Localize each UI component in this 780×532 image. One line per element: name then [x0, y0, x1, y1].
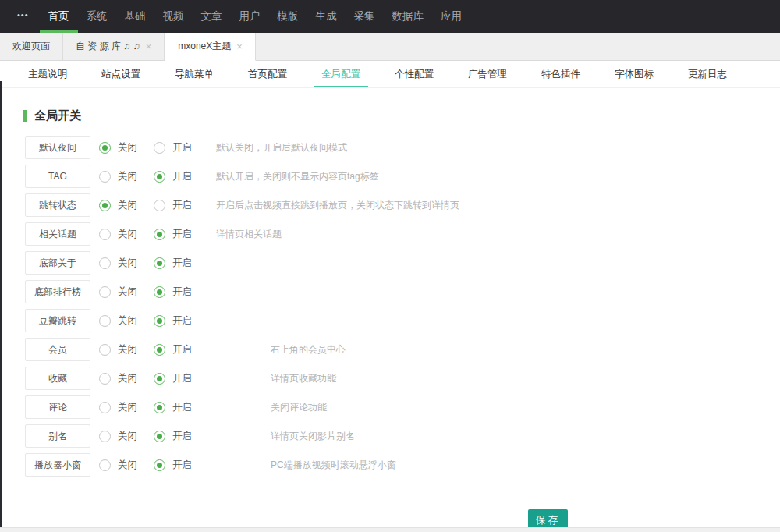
- nav-item[interactable]: 生成: [307, 0, 346, 33]
- radio-option-off[interactable]: 关闭: [99, 343, 154, 356]
- workspace-tab[interactable]: 欢迎页面: [0, 33, 63, 60]
- nav-item-label: 应用: [441, 9, 462, 23]
- nav-item[interactable]: 数据库: [384, 0, 433, 33]
- radio-option-on[interactable]: 开启: [154, 141, 208, 154]
- section-title: 全局开关: [23, 108, 780, 123]
- radio-option-on[interactable]: 开启: [154, 170, 208, 183]
- radio-on-icon[interactable]: [154, 459, 165, 471]
- radio-on-label: 开启: [172, 228, 192, 241]
- subnav-item[interactable]: 主题说明: [20, 61, 75, 87]
- radio-off-icon[interactable]: [99, 171, 111, 183]
- subnav-item[interactable]: 个性配置: [387, 61, 441, 87]
- radio-on-label: 开启: [172, 430, 192, 443]
- radio-option-on[interactable]: 开启: [154, 286, 208, 299]
- radio-option-off[interactable]: 关闭: [99, 228, 154, 241]
- radio-option-on[interactable]: 开启: [154, 199, 208, 212]
- workspace-tab[interactable]: mxoneX主题 ×: [165, 33, 256, 61]
- switch-description: 详情页收藏功能: [271, 372, 336, 385]
- nav-item[interactable]: 应用: [432, 0, 470, 33]
- nav-item[interactable]: 模版: [269, 0, 307, 33]
- radio-option-on[interactable]: 开启: [154, 343, 208, 356]
- radio-on-icon[interactable]: [154, 286, 165, 298]
- radio-off-icon[interactable]: [99, 315, 111, 327]
- top-navbar: ••• 首页 系统 基础 视频 文章 用户 模版 生成 采集 数据库 应用: [0, 0, 780, 33]
- subnav-item-label: 字体图标: [615, 68, 654, 81]
- radio-option-off[interactable]: 关闭: [99, 199, 154, 212]
- radio-off-icon[interactable]: [99, 402, 111, 413]
- subnav-item[interactable]: 特色插件: [534, 61, 588, 87]
- radio-on-icon[interactable]: [154, 229, 165, 240]
- tab-close-icon[interactable]: ×: [146, 41, 152, 51]
- radio-on-label: 开启: [172, 286, 192, 299]
- nav-item-label: 文章: [201, 9, 222, 23]
- radio-option-off[interactable]: 关闭: [99, 401, 154, 414]
- nav-item[interactable]: 采集: [346, 0, 384, 33]
- nav-item[interactable]: 文章: [193, 0, 231, 33]
- subnav-item[interactable]: 全局配置: [314, 61, 368, 87]
- switch-label: 底部排行榜: [25, 280, 90, 303]
- nav-item[interactable]: 视频: [154, 0, 193, 33]
- nav-item[interactable]: 用户: [231, 0, 269, 33]
- radio-off-label: 关闭: [118, 170, 137, 183]
- nav-item[interactable]: 系统: [78, 0, 116, 33]
- tab-close-icon[interactable]: ×: [236, 41, 243, 51]
- subnav-item[interactable]: 字体图标: [607, 61, 661, 87]
- subnav-item[interactable]: 首页配置: [240, 61, 295, 87]
- radio-off-label: 关闭: [118, 430, 137, 443]
- radio-off-icon[interactable]: [99, 459, 111, 471]
- radio-on-icon[interactable]: [154, 171, 165, 183]
- radio-option-off[interactable]: 关闭: [99, 372, 154, 385]
- more-menu-icon[interactable]: •••: [12, 10, 40, 23]
- radio-on-icon[interactable]: [154, 431, 165, 442]
- radio-off-icon[interactable]: [99, 200, 111, 211]
- radio-option-off[interactable]: 关闭: [99, 459, 154, 472]
- radio-option-on[interactable]: 开启: [154, 459, 208, 472]
- radio-on-icon[interactable]: [154, 344, 165, 356]
- subnav-item[interactable]: 站点设置: [94, 61, 148, 87]
- radio-option-on[interactable]: 开启: [154, 314, 208, 328]
- nav-item[interactable]: 首页: [40, 0, 78, 33]
- radio-option-off[interactable]: 关闭: [99, 314, 154, 328]
- radio-option-off[interactable]: 关闭: [99, 430, 154, 443]
- radio-off-icon[interactable]: [99, 286, 111, 298]
- subnav-item-label: 首页配置: [248, 68, 287, 81]
- radio-option-off[interactable]: 关闭: [99, 170, 154, 183]
- radio-option-off[interactable]: 关闭: [99, 286, 154, 299]
- radio-option-off[interactable]: 关闭: [99, 141, 154, 154]
- radio-off-icon[interactable]: [99, 142, 111, 154]
- radio-on-icon[interactable]: [154, 315, 165, 327]
- subnav-item[interactable]: 导航菜单: [167, 61, 222, 87]
- subnav-item[interactable]: 更新日志: [680, 61, 735, 87]
- radio-off-icon[interactable]: [99, 257, 111, 269]
- nav-item-label: 视频: [163, 9, 184, 23]
- radio-off-icon[interactable]: [99, 229, 111, 240]
- switch-label: TAG: [25, 165, 90, 188]
- radio-on-icon[interactable]: [154, 373, 165, 385]
- radio-on-label: 开启: [172, 343, 192, 356]
- subnav-item-label: 广告管理: [468, 68, 507, 81]
- radio-option-on[interactable]: 开启: [154, 228, 208, 241]
- radio-on-icon[interactable]: [154, 257, 165, 269]
- switch-description: 右上角的会员中心: [271, 343, 346, 356]
- radio-off-label: 关闭: [118, 459, 137, 472]
- tab-label: mxoneX主题: [178, 40, 231, 53]
- workspace-tab-bar: 欢迎页面 自 资 源 库 ♫ ♫ × mxoneX主题 ×: [0, 33, 780, 61]
- radio-option-on[interactable]: 开启: [154, 257, 208, 270]
- radio-on-icon[interactable]: [154, 402, 165, 413]
- switch-label: 跳转状态: [25, 193, 90, 217]
- nav-item[interactable]: 基础: [116, 0, 154, 33]
- radio-off-label: 关闭: [118, 199, 137, 212]
- subnav-active-underline: [314, 86, 368, 87]
- radio-option-off[interactable]: 关闭: [99, 257, 154, 270]
- radio-off-icon[interactable]: [99, 373, 111, 385]
- subnav-item[interactable]: 广告管理: [460, 61, 515, 87]
- radio-off-icon[interactable]: [99, 344, 111, 356]
- radio-option-on[interactable]: 开启: [154, 430, 208, 443]
- radio-option-on[interactable]: 开启: [154, 401, 208, 414]
- radio-option-on[interactable]: 开启: [154, 372, 208, 385]
- section-title-text: 全局开关: [34, 108, 81, 123]
- radio-on-icon[interactable]: [154, 200, 165, 211]
- radio-off-icon[interactable]: [99, 431, 111, 442]
- workspace-tab[interactable]: 自 资 源 库 ♫ ♫ ×: [63, 33, 165, 60]
- radio-on-icon[interactable]: [154, 142, 165, 154]
